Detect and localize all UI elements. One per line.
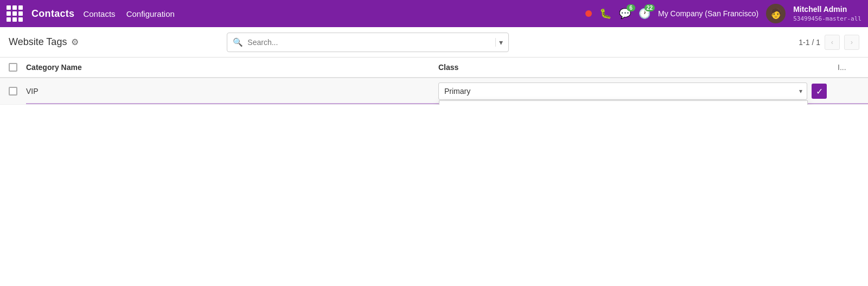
table-header: Category Name Class I... [0, 58, 868, 78]
pagination: 1-1 / 1 ‹ › [799, 35, 859, 50]
row-checkbox[interactable] [9, 87, 17, 96]
class-select[interactable]: Primary ▾ Light Primary Success Warning … [438, 82, 807, 100]
pagination-prev[interactable]: ‹ [825, 35, 840, 50]
nav-icons: 🐛 💬 6 🕐 22 My Company (San Francisco) 🧑 … [585, 4, 861, 23]
page-title-area: Website Tags ⚙ [9, 36, 79, 48]
col-extra: I... [838, 63, 859, 72]
search-input[interactable] [247, 38, 492, 47]
pagination-next[interactable]: › [844, 35, 859, 50]
apps-grid-icon[interactable] [7, 5, 23, 22]
company-name[interactable]: My Company (San Francisco) [658, 9, 758, 18]
class-select-value: Primary [439, 87, 795, 96]
page-title: Website Tags [9, 36, 67, 48]
top-navbar: Contacts Contacts Configuration 🐛 💬 6 🕐 … [0, 0, 868, 27]
header-checkbox[interactable] [9, 63, 17, 72]
search-icon: 🔍 [233, 37, 243, 47]
subheader: Website Tags ⚙ 🔍 ▾ 1-1 / 1 ‹ › [0, 27, 868, 58]
chat-icon[interactable]: 💬 6 [619, 8, 631, 20]
status-dot [585, 10, 592, 17]
pagination-label: 1-1 / 1 [799, 38, 820, 47]
class-select-arrow-icon: ▾ [795, 87, 807, 95]
table-row: VIP Primary ▾ Light Primary Success Warn… [0, 78, 868, 105]
user-name: Mitchell Admin [793, 4, 861, 15]
col-class: Class [438, 63, 838, 72]
chat-badge: 6 [627, 4, 635, 11]
nav-configuration[interactable]: Configuration [126, 9, 175, 18]
save-button[interactable]: ✓ [812, 84, 827, 99]
user-db: 53499456-master-all [793, 15, 861, 23]
search-dropdown-button[interactable]: ▾ [495, 38, 503, 47]
bug-icon[interactable]: 🐛 [599, 8, 611, 20]
dropdown-item-light[interactable]: Light [439, 101, 807, 105]
clock-icon[interactable]: 🕐 22 [639, 8, 650, 20]
gear-icon[interactable]: ⚙ [71, 37, 79, 47]
nav-links: Contacts Configuration [83, 9, 174, 18]
table: Category Name Class I... VIP Primary ▾ L… [0, 58, 868, 105]
clock-badge: 22 [644, 4, 655, 11]
user-info: Mitchell Admin 53499456-master-all [793, 4, 861, 23]
class-dropdown-menu: Light Primary Success Warning Danger [439, 100, 808, 105]
col-category-name: Category Name [26, 63, 438, 72]
nav-contacts[interactable]: Contacts [83, 9, 115, 18]
class-cell: Primary ▾ Light Primary Success Warning … [438, 82, 859, 100]
category-cell: VIP [26, 87, 438, 96]
avatar[interactable]: 🧑 [766, 4, 786, 23]
brand-label[interactable]: Contacts [31, 8, 74, 20]
search-bar: 🔍 ▾ [227, 33, 509, 52]
